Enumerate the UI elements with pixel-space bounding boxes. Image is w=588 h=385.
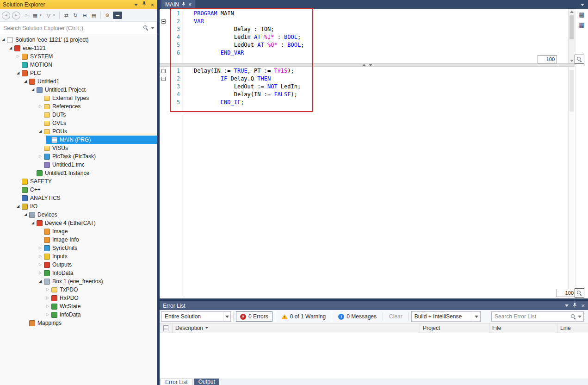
tree-item-gvls[interactable]: GVLs (39, 119, 157, 127)
tab-pin-icon[interactable] (182, 1, 186, 8)
tree-item-pous[interactable]: ◢POUs (39, 127, 157, 136)
expanded-arrow-icon[interactable]: ◢ (2, 36, 7, 44)
collapse-box-icon[interactable] (161, 77, 166, 81)
forward-icon[interactable]: ▶ (12, 12, 20, 19)
home-icon[interactable]: ⌂ (22, 12, 30, 19)
tree-item-mappings[interactable]: Mappings (24, 319, 157, 327)
breakpoint-margin[interactable] (180, 18, 194, 25)
tree-item-eoe-1121[interactable]: ◢eoe-1121 (9, 44, 157, 52)
collapsed-arrow-icon[interactable]: ▷ (39, 269, 44, 277)
code-text[interactable]: VAR (194, 18, 204, 25)
breakpoint-margin[interactable] (180, 10, 194, 18)
breakpoint-margin[interactable] (180, 25, 194, 33)
breakpoint-margin[interactable] (180, 83, 194, 91)
zoom-icon[interactable] (575, 288, 584, 298)
code-line[interactable]: 5 LedOut AT %Q* : BOOL; (160, 41, 568, 49)
expanded-arrow-icon[interactable]: ◢ (17, 202, 22, 211)
scroll-up-icon[interactable] (570, 11, 574, 13)
code-line[interactable]: 2 IF Delay.Q THEN (160, 75, 568, 83)
code-text[interactable]: LedIn AT %I* : BOOL; (194, 33, 301, 41)
pending-filter-dropdown-icon[interactable]: ▾ (53, 13, 56, 17)
column-filter-chevron-icon[interactable] (205, 327, 208, 329)
pending-filter-icon[interactable]: ▽ (45, 12, 52, 19)
tree-item-inputs[interactable]: ▷Inputs (39, 252, 157, 261)
code-line[interactable]: 3 Delay : TON; (160, 25, 568, 33)
splitter-down-icon[interactable] (369, 64, 372, 66)
column-header-line[interactable]: Line (557, 323, 588, 333)
tree-item-rxpdo[interactable]: ▷RxPDO (46, 294, 157, 302)
switch-views-icon[interactable]: ▦ (31, 12, 39, 19)
breakpoint-margin[interactable] (180, 67, 194, 75)
tree-item-devices[interactable]: ◢Devices (24, 211, 157, 219)
build-filter-dropdown[interactable]: Build + IntelliSense (411, 311, 481, 322)
bottom-tab-output[interactable]: Output (194, 379, 219, 385)
breakpoint-margin[interactable] (180, 91, 194, 99)
code-text[interactable]: PROGRAM MAIN (194, 10, 234, 18)
splitter-up-icon[interactable] (362, 64, 366, 66)
expanded-arrow-icon[interactable]: ◢ (39, 127, 44, 136)
scrollbar-thumb[interactable] (569, 70, 574, 112)
collapsed-arrow-icon[interactable]: ▷ (39, 244, 44, 252)
code-line[interactable]: 6 END_VAR (160, 49, 568, 57)
warnings-filter-button[interactable]: ! 0 of 1 Warning (278, 311, 330, 322)
search-options-chevron-icon[interactable] (578, 316, 582, 318)
errors-filter-button[interactable]: × 0 Errors (236, 311, 272, 322)
implementation-section[interactable]: 1Delay(IN := TRUE, PT := T#1S);2 IF Dela… (160, 67, 568, 106)
search-input[interactable] (2, 25, 143, 32)
scope-filter-dropdown[interactable]: Entire Solution (161, 311, 231, 322)
collapsed-arrow-icon[interactable]: ▷ (46, 310, 51, 319)
expanded-arrow-icon[interactable]: ◢ (17, 69, 22, 77)
tree-item-box-1-eoe-freertos[interactable]: ◢Box 1 (eoe_freertos) (39, 277, 157, 286)
tree-item-infodata[interactable]: ▷InfoData (39, 269, 157, 277)
breakpoint-margin[interactable] (180, 75, 194, 83)
tree-item-references[interactable]: ▷References (39, 102, 157, 111)
back-icon[interactable]: ◀ (2, 12, 10, 19)
tab-main[interactable]: MAIN × (161, 0, 195, 9)
code-line[interactable]: 4 LedIn AT %I* : BOOL; (160, 33, 568, 41)
tree-item-motion[interactable]: MOTION (17, 61, 157, 69)
expanded-arrow-icon[interactable]: ◢ (31, 86, 37, 94)
zoom-icon[interactable] (575, 55, 584, 64)
collapsed-arrow-icon[interactable]: ▷ (46, 286, 51, 294)
tree-item-i-o[interactable]: ◢I/O (17, 202, 157, 211)
error-list-body[interactable] (160, 333, 588, 379)
collapsed-arrow-icon[interactable]: ▷ (39, 252, 44, 261)
tree-item-syncunits[interactable]: ▷SyncUnits (39, 244, 157, 252)
code-line[interactable]: 1PROGRAM MAIN (160, 10, 568, 18)
code-text[interactable]: END_IF; (194, 99, 244, 106)
expanded-arrow-icon[interactable]: ◢ (39, 277, 44, 286)
tree-item-wcstate[interactable]: ▷WcState (46, 302, 157, 310)
breakpoint-margin[interactable] (180, 41, 194, 49)
breakpoint-margin[interactable] (180, 99, 194, 106)
close-icon[interactable]: × (581, 303, 585, 309)
editor-splitter[interactable] (160, 63, 575, 67)
collapse-all-icon[interactable]: ⊟ (81, 12, 88, 19)
collapsed-arrow-icon[interactable]: ▷ (46, 302, 51, 310)
code-text[interactable]: Delay(IN := TRUE, PT := T#1S); (194, 67, 294, 75)
expanded-arrow-icon[interactable]: ◢ (9, 44, 14, 52)
declaration-scrollbar[interactable] (568, 9, 575, 63)
column-header-description[interactable]: Description (173, 323, 420, 333)
pin-icon[interactable] (573, 303, 577, 309)
tree-item-device-4-ethercat[interactable]: ◢Device 4 (EtherCAT) (31, 219, 157, 227)
code-line[interactable]: 5 END_IF; (160, 99, 568, 106)
clear-button[interactable]: Clear (385, 311, 406, 322)
bottom-tab-error-list[interactable]: Error List (161, 379, 192, 385)
collapsed-arrow-icon[interactable]: ▷ (46, 294, 51, 302)
switch-views-dropdown-icon[interactable]: ▾ (40, 13, 43, 17)
tree-item-external-types[interactable]: External Types (39, 94, 157, 102)
pin-icon[interactable] (142, 1, 146, 8)
tree-item-untitled1-project[interactable]: ◢Untitled1 Project (31, 86, 157, 94)
code-text[interactable]: END_VAR (194, 49, 244, 57)
scroll-down-icon[interactable] (570, 60, 574, 62)
scrollbar-thumb[interactable] (569, 15, 574, 39)
code-text[interactable]: Delay : TON; (194, 25, 274, 33)
search-options-chevron-icon[interactable] (151, 27, 155, 29)
properties-icon[interactable]: ⚙ (104, 12, 111, 19)
error-list-titlebar[interactable]: Error List × (160, 301, 588, 310)
tree-item-outputs[interactable]: ▷Outputs (39, 261, 157, 269)
tree-item-c[interactable]: C++ (17, 186, 157, 194)
implementation-scrollbar[interactable] (568, 67, 575, 298)
tree-item-system[interactable]: ▷SYSTEM (17, 52, 157, 61)
sync-with-active-document-icon[interactable]: ⇄ (62, 12, 70, 19)
